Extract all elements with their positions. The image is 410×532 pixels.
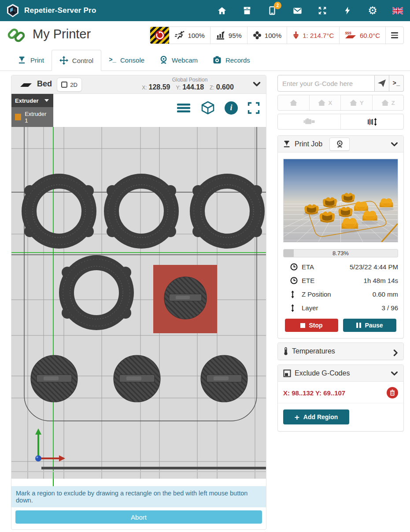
tab-records-label: Records	[225, 56, 250, 64]
up-down-arrow-icon	[290, 304, 295, 312]
z-position-value: 0.600	[216, 83, 234, 91]
bed-render	[11, 127, 266, 479]
home-z-button[interactable]: Z	[373, 95, 404, 110]
up-down-arrow-icon	[290, 290, 295, 298]
pause-icon	[356, 323, 361, 328]
fullscreen-brackets-icon[interactable]	[247, 102, 260, 114]
progress-percent: 8.73%	[284, 249, 398, 257]
home-y-button[interactable]: Y	[341, 95, 373, 110]
eta-label: ETA	[302, 263, 314, 271]
print-icon	[18, 56, 26, 64]
language-flag-icon[interactable]	[392, 5, 403, 16]
babystep-icon	[367, 118, 377, 126]
tab-records[interactable]: Records	[205, 49, 258, 71]
home-icon	[318, 99, 326, 106]
extruder-temp-status[interactable]: 1: 214.7°C	[287, 27, 340, 44]
extruder-icon	[292, 31, 299, 40]
print-job-header[interactable]: Print Job	[278, 136, 403, 153]
tab-console-label: Console	[120, 56, 144, 64]
printer-menu-button[interactable]	[386, 27, 403, 44]
home-icon	[349, 99, 358, 106]
home-all-button[interactable]	[278, 95, 310, 110]
bed-view-panel: Bed 2D Global Position X: 128.59 Y: 144.…	[11, 75, 266, 530]
home-x-button[interactable]: X	[310, 95, 341, 110]
gcode-input[interactable]	[277, 75, 375, 92]
home-icon[interactable]	[217, 5, 227, 16]
exclude-gcodes-panel: Exclude G-Codes X: 98..132 Y: 69..107	[277, 365, 404, 432]
page-title: My Printer	[33, 27, 91, 41]
tab-webcam[interactable]: Webcam	[152, 49, 205, 71]
fan-status[interactable]: 100%	[247, 27, 287, 44]
console-prompt-icon: >_	[109, 56, 116, 63]
stop-button[interactable]: Stop	[285, 319, 338, 332]
pause-label: Pause	[365, 322, 383, 329]
heat-waves-icon: sss	[345, 30, 351, 35]
navbar-icons: 2 ⚙	[217, 0, 403, 21]
2d-label: 2D	[70, 82, 78, 88]
speed-icon	[175, 31, 185, 40]
settings-gear-icon[interactable]: ⚙	[367, 5, 378, 16]
home-icon	[289, 99, 298, 106]
home-buttons: X Y Z	[277, 95, 404, 111]
webcam-icon	[336, 140, 344, 148]
bed-toolbar: Extruder Extruder 1 i	[11, 94, 266, 127]
send-gcode-button[interactable]	[375, 75, 389, 92]
tab-print[interactable]: Print	[11, 49, 52, 71]
tab-webcam-label: Webcam	[172, 56, 198, 64]
x-position-value: 128.59	[149, 83, 170, 91]
fan-value: 100%	[265, 32, 281, 39]
canvas-tools: i	[176, 101, 260, 115]
layer-value: 3 / 96	[381, 304, 398, 312]
add-region-button[interactable]: + Add Region	[283, 409, 349, 424]
collapse-chevron-icon[interactable]	[253, 82, 261, 87]
power-icon[interactable]	[342, 5, 353, 16]
crosshair-line	[53, 479, 54, 486]
expand-fullscreen-icon[interactable]	[317, 5, 328, 16]
bed-temp-status[interactable]: sss 60.0°C	[340, 27, 386, 44]
info-icon[interactable]: i	[225, 101, 238, 115]
repetier-logo-icon[interactable]	[6, 4, 20, 18]
z-axis-label: Z:	[210, 85, 214, 91]
notifications-icon[interactable]: 2	[267, 5, 277, 16]
layer-label: Layer	[302, 304, 318, 312]
stop-label: Stop	[309, 322, 322, 329]
extruder-color-swatch	[15, 114, 21, 120]
tab-console[interactable]: >_ Console	[101, 49, 152, 71]
motor-babystep-buttons	[277, 114, 404, 130]
babystep-button[interactable]	[341, 114, 403, 129]
tab-control[interactable]: Control	[52, 50, 101, 71]
plus-icon: +	[295, 413, 299, 421]
exclude-gcodes-header[interactable]: Exclude G-Codes	[278, 365, 403, 382]
paper-plane-icon	[377, 79, 386, 88]
printer-statusbar: 100% 95% 100%	[150, 26, 404, 44]
abort-button[interactable]: Abort	[15, 510, 262, 524]
preview-webcam-toggle[interactable]	[329, 138, 350, 151]
stop-icon	[300, 323, 305, 328]
temperatures-title: Temperatures	[292, 347, 335, 355]
messages-icon[interactable]	[292, 5, 303, 16]
emergency-stop-button[interactable]	[150, 27, 170, 44]
2d-checkbox[interactable]	[61, 82, 67, 88]
temperatures-header[interactable]: Temperatures	[278, 343, 403, 360]
printer-list-icon[interactable]	[242, 5, 252, 16]
trash-icon	[390, 390, 395, 396]
excluded-region-row[interactable]: X: 98..132 Y: 69..107	[278, 383, 403, 403]
delete-region-button[interactable]	[387, 387, 398, 398]
console-button[interactable]: >_	[389, 75, 404, 92]
flow-value: 95%	[229, 32, 242, 39]
flow-multiplier-status[interactable]: 95%	[211, 27, 247, 44]
extruder-1-item[interactable]: Extruder 1	[11, 107, 53, 127]
motors-off-button[interactable]	[278, 114, 341, 129]
3d-view-cube-icon[interactable]	[201, 101, 215, 115]
chevron-down-icon[interactable]	[391, 142, 398, 147]
extruder-dropdown[interactable]: Extruder Extruder 1	[11, 94, 53, 127]
layers-menu-icon[interactable]	[176, 103, 191, 113]
pause-button[interactable]: Pause	[343, 319, 396, 332]
bed-canvas[interactable]	[11, 127, 266, 479]
bed-temp-value: 60.0°C	[360, 32, 380, 39]
toggle-2d-button[interactable]: 2D	[57, 78, 82, 92]
speed-multiplier-status[interactable]: 100%	[170, 27, 210, 44]
bed-canvas-margin	[11, 479, 266, 486]
print-progress-bar: 8.73%	[283, 249, 398, 257]
print-job-icon	[283, 140, 291, 148]
